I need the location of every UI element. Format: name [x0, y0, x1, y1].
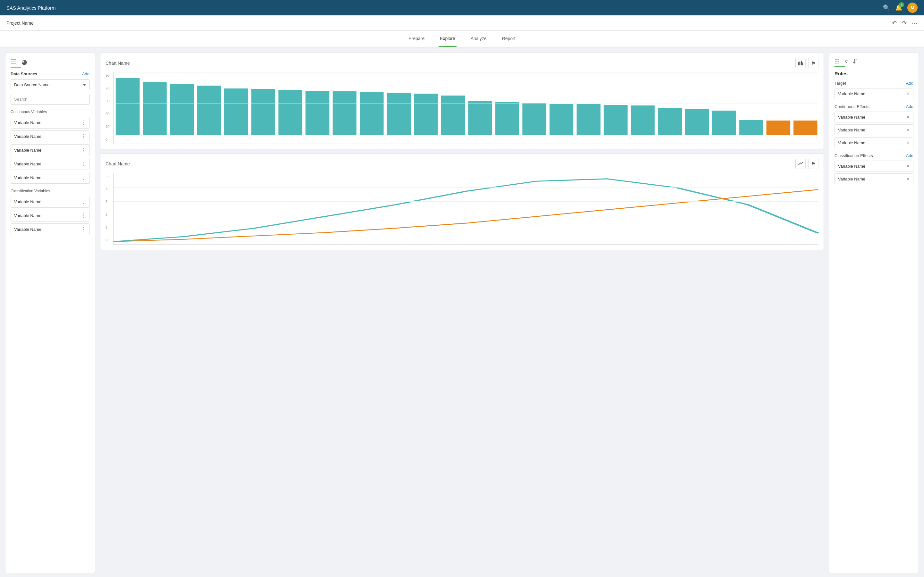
svg-rect-18 — [495, 102, 519, 135]
bar-chart-type-btn[interactable] — [795, 58, 806, 68]
target-section: Target Add Variable Name ✕ — [835, 81, 913, 99]
svg-rect-12 — [333, 91, 357, 135]
redo-icon[interactable]: ↷ — [902, 19, 907, 27]
project-bar: Project Name ↶ ↷ ⋯ — [0, 15, 924, 31]
svg-rect-24 — [658, 108, 682, 135]
svg-rect-7 — [197, 85, 221, 135]
classification-var-1[interactable]: Variable Name ⋮ — [11, 196, 89, 208]
var-menu-icon-1[interactable]: ⋮ — [81, 119, 86, 126]
continuous-var-2[interactable]: Variable Name ⋮ — [11, 131, 89, 142]
svg-rect-21 — [577, 104, 600, 135]
nav-left: SAS Analytics Platform — [6, 5, 55, 11]
notification-bell[interactable]: 🔔 4 — [895, 4, 902, 11]
bar-chart-card: Chart Name ⚑ 90 — [100, 53, 824, 149]
bar-chart-name: Chart Name — [105, 61, 129, 66]
chart-icon[interactable]: ◕ — [21, 58, 27, 66]
classification-var-3[interactable]: Variable Name ⋮ — [11, 223, 89, 235]
notification-badge: 4 — [899, 2, 904, 7]
classification-effects-add[interactable]: Add — [906, 153, 913, 158]
data-icon[interactable]: ☰ — [11, 58, 16, 66]
line-chart-bookmark-btn[interactable]: ⚑ — [808, 159, 819, 169]
tab-prepare[interactable]: Prepare — [407, 31, 426, 47]
undo-icon[interactable]: ↶ — [892, 19, 897, 27]
svg-rect-2 — [801, 61, 802, 65]
line-chart-card: Chart Name ⚑ 5 4 3 2 — [100, 153, 824, 250]
var-menu-icon-4[interactable]: ⋮ — [81, 161, 86, 167]
right-panel: ☷ ▿ ⇵ Roles Target Add Variable Name ✕ C… — [829, 53, 919, 573]
continuous-effects-add[interactable]: Add — [906, 104, 913, 109]
center-panel: Chart Name ⚑ 90 — [100, 53, 824, 573]
continuous-var-4[interactable]: Variable Name ⋮ — [11, 158, 89, 170]
top-nav: SAS Analytics Platform 🔍 🔔 4 M — [0, 0, 924, 15]
svg-rect-10 — [278, 90, 302, 135]
svg-rect-8 — [224, 89, 248, 135]
roles-title: Roles — [835, 71, 913, 76]
cont-effect-close-3[interactable]: ✕ — [906, 140, 910, 145]
search-icon[interactable]: 🔍 — [883, 4, 890, 11]
continuous-var-5[interactable]: Variable Name ⋮ — [11, 172, 89, 184]
search-input[interactable] — [11, 94, 89, 105]
classification-var-2[interactable]: Variable Name ⋮ — [11, 210, 89, 221]
target-add[interactable]: Add — [906, 81, 913, 85]
right-panel-icons: ☷ ▿ ⇵ — [835, 58, 913, 65]
more-options-icon[interactable]: ⋯ — [912, 19, 918, 27]
class-effect-var-1: Variable Name ✕ — [835, 161, 913, 171]
svg-rect-0 — [798, 62, 799, 65]
cont-effect-var-2: Variable Name ✕ — [835, 124, 913, 135]
line-chart-name: Chart Name — [105, 161, 129, 166]
classification-vars-label: Classification Variables — [11, 189, 89, 193]
data-source-select[interactable]: Data Source Name — [11, 79, 89, 90]
bar-chart-bookmark-btn[interactable]: ⚑ — [808, 58, 819, 68]
panel-icons: ☰ ◕ — [11, 58, 89, 66]
line-chart-type-btn[interactable] — [795, 159, 806, 169]
line-chart-header: Chart Name ⚑ — [105, 159, 819, 169]
svg-rect-5 — [143, 82, 166, 135]
line-chart-icon — [798, 161, 803, 166]
data-sources-label: Data Sources — [11, 71, 37, 76]
svg-rect-6 — [170, 84, 194, 135]
classification-effects-header: Classification Effects Add — [835, 153, 913, 158]
main-content: ☰ ◕ Data Sources Add Data Source Name Co… — [0, 47, 924, 577]
tab-analyze[interactable]: Analyze — [469, 31, 488, 47]
class-effect-close-1[interactable]: ✕ — [906, 163, 910, 169]
svg-rect-14 — [387, 93, 411, 135]
svg-rect-9 — [251, 89, 275, 135]
grid-icon[interactable]: ☷ — [835, 58, 840, 65]
filter-icon[interactable]: ▿ — [845, 58, 848, 65]
target-label: Target — [835, 81, 846, 85]
line-chart-actions: ⚑ — [795, 159, 819, 169]
continuous-effects-label: Continuous Effects — [835, 104, 869, 109]
cont-effect-close-1[interactable]: ✕ — [906, 114, 910, 119]
svg-rect-17 — [468, 101, 492, 135]
user-avatar[interactable]: M — [907, 3, 918, 13]
svg-rect-19 — [522, 103, 546, 135]
svg-rect-16 — [441, 95, 465, 135]
data-sources-add[interactable]: Add — [82, 71, 89, 76]
continuous-var-3[interactable]: Variable Name ⋮ — [11, 144, 89, 156]
continuous-variables-section: Continuous Variables Variable Name ⋮ Var… — [11, 110, 89, 184]
bar-y-axis: 90 70 50 30 10 0 — [105, 72, 113, 143]
tab-explore[interactable]: Explore — [439, 31, 456, 47]
sort-icon[interactable]: ⇵ — [853, 58, 858, 65]
line-chart-svg — [113, 173, 819, 243]
target-header: Target Add — [835, 81, 913, 85]
class-var-menu-icon-3[interactable]: ⋮ — [81, 226, 86, 232]
class-var-menu-icon-2[interactable]: ⋮ — [81, 213, 86, 219]
project-name: Project Name — [6, 21, 34, 26]
class-var-menu-icon-1[interactable]: ⋮ — [81, 199, 86, 205]
continuous-var-1[interactable]: Variable Name ⋮ — [11, 117, 89, 129]
var-menu-icon-2[interactable]: ⋮ — [81, 133, 86, 139]
class-effect-close-2[interactable]: ✕ — [906, 176, 910, 181]
var-menu-icon-3[interactable]: ⋮ — [81, 147, 86, 153]
svg-rect-25 — [685, 109, 709, 135]
bar-chart-actions: ⚑ — [795, 58, 819, 68]
tab-report[interactable]: Report — [501, 31, 517, 47]
classification-effects-section: Classification Effects Add Variable Name… — [835, 153, 913, 184]
nav-right: 🔍 🔔 4 M — [883, 3, 918, 13]
cont-effect-close-2[interactable]: ✕ — [906, 127, 910, 132]
var-menu-icon-5[interactable]: ⋮ — [81, 175, 86, 181]
svg-rect-11 — [305, 91, 329, 135]
classification-variables-section: Classification Variables Variable Name ⋮… — [11, 189, 89, 235]
target-tag-close[interactable]: ✕ — [906, 91, 910, 96]
bar-chart-icon — [798, 61, 803, 65]
